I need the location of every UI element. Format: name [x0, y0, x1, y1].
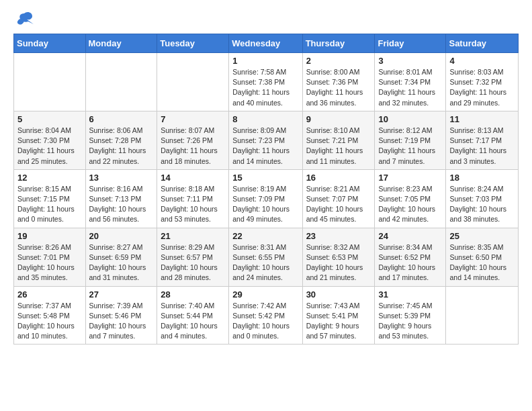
day-info: Sunrise: 8:15 AMSunset: 7:15 PMDaylight:… — [17, 184, 82, 225]
calendar-cell — [85, 53, 157, 111]
day-number: 7 — [161, 114, 225, 124]
day-number: 18 — [449, 173, 515, 183]
calendar-cell: 16Sunrise: 8:21 AMSunset: 7:07 PMDayligh… — [302, 169, 375, 228]
weekday-header-friday: Friday — [375, 34, 446, 53]
day-info: Sunrise: 8:13 AMSunset: 7:17 PMDaylight:… — [449, 126, 515, 167]
calendar-cell: 23Sunrise: 8:32 AMSunset: 6:53 PMDayligh… — [302, 228, 375, 286]
calendar-cell: 30Sunrise: 7:43 AMSunset: 5:41 PMDayligh… — [302, 286, 375, 345]
day-info: Sunrise: 8:04 AMSunset: 7:30 PMDaylight:… — [17, 126, 82, 167]
day-number: 28 — [161, 289, 225, 300]
day-info: Sunrise: 8:01 AMSunset: 7:34 PMDaylight:… — [378, 67, 442, 108]
day-number: 30 — [306, 289, 371, 300]
calendar-cell: 5Sunrise: 8:04 AMSunset: 7:30 PMDaylight… — [14, 111, 86, 169]
calendar-cell: 15Sunrise: 8:19 AMSunset: 7:09 PMDayligh… — [229, 169, 302, 228]
day-number: 16 — [306, 173, 371, 183]
day-number: 6 — [89, 114, 154, 124]
calendar-cell: 1Sunrise: 7:58 AMSunset: 7:38 PMDaylight… — [229, 53, 302, 111]
day-number: 2 — [306, 56, 371, 66]
week-row-2: 5Sunrise: 8:04 AMSunset: 7:30 PMDaylight… — [14, 111, 519, 169]
day-info: Sunrise: 8:07 AMSunset: 7:26 PMDaylight:… — [161, 126, 225, 167]
day-number: 8 — [232, 114, 298, 124]
day-info: Sunrise: 8:26 AMSunset: 7:01 PMDaylight:… — [17, 242, 82, 283]
logo — [13, 11, 34, 27]
day-info: Sunrise: 8:06 AMSunset: 7:28 PMDaylight:… — [89, 126, 154, 167]
day-info: Sunrise: 8:16 AMSunset: 7:13 PMDaylight:… — [89, 184, 154, 225]
calendar-cell: 8Sunrise: 8:09 AMSunset: 7:23 PMDaylight… — [229, 111, 302, 169]
calendar-cell: 6Sunrise: 8:06 AMSunset: 7:28 PMDaylight… — [85, 111, 157, 169]
day-number: 19 — [17, 231, 82, 241]
day-number: 9 — [306, 114, 371, 124]
calendar-cell: 25Sunrise: 8:35 AMSunset: 6:50 PMDayligh… — [446, 228, 519, 286]
calendar-cell: 20Sunrise: 8:27 AMSunset: 6:59 PMDayligh… — [85, 228, 157, 286]
weekday-header-saturday: Saturday — [446, 34, 519, 53]
day-number: 23 — [306, 231, 371, 241]
day-number: 14 — [161, 173, 225, 183]
calendar-cell: 26Sunrise: 7:37 AMSunset: 5:48 PMDayligh… — [14, 286, 86, 345]
day-info: Sunrise: 8:35 AMSunset: 6:50 PMDaylight:… — [449, 242, 515, 283]
calendar-cell: 19Sunrise: 8:26 AMSunset: 7:01 PMDayligh… — [14, 228, 86, 286]
calendar-cell — [446, 286, 519, 345]
week-row-4: 19Sunrise: 8:26 AMSunset: 7:01 PMDayligh… — [14, 228, 519, 286]
day-number: 24 — [378, 231, 442, 241]
calendar-cell: 29Sunrise: 7:42 AMSunset: 5:42 PMDayligh… — [229, 286, 302, 345]
day-info: Sunrise: 8:32 AMSunset: 6:53 PMDaylight:… — [306, 242, 371, 283]
day-number: 11 — [449, 114, 515, 124]
calendar-cell: 14Sunrise: 8:18 AMSunset: 7:11 PMDayligh… — [157, 169, 229, 228]
calendar-cell: 21Sunrise: 8:29 AMSunset: 6:57 PMDayligh… — [157, 228, 229, 286]
day-info: Sunrise: 8:27 AMSunset: 6:59 PMDaylight:… — [89, 242, 154, 283]
weekday-header-wednesday: Wednesday — [229, 34, 302, 53]
calendar-cell: 2Sunrise: 8:00 AMSunset: 7:36 PMDaylight… — [302, 53, 375, 111]
day-info: Sunrise: 8:12 AMSunset: 7:19 PMDaylight:… — [378, 126, 442, 167]
day-number: 31 — [378, 289, 442, 300]
day-info: Sunrise: 7:40 AMSunset: 5:44 PMDaylight:… — [161, 301, 225, 342]
day-number: 20 — [89, 231, 154, 241]
day-number: 3 — [378, 56, 442, 66]
calendar-cell: 18Sunrise: 8:24 AMSunset: 7:03 PMDayligh… — [446, 169, 519, 228]
weekday-header-sunday: Sunday — [14, 34, 86, 53]
logo-bird-icon — [15, 11, 34, 27]
day-info: Sunrise: 8:21 AMSunset: 7:07 PMDaylight:… — [306, 184, 371, 225]
day-number: 13 — [89, 173, 154, 183]
weekday-header-tuesday: Tuesday — [157, 34, 229, 53]
weekday-header-thursday: Thursday — [302, 34, 375, 53]
day-info: Sunrise: 7:45 AMSunset: 5:39 PMDaylight:… — [378, 301, 442, 342]
day-number: 15 — [232, 173, 298, 183]
day-info: Sunrise: 8:09 AMSunset: 7:23 PMDaylight:… — [232, 126, 298, 167]
week-row-1: 1Sunrise: 7:58 AMSunset: 7:38 PMDaylight… — [14, 53, 519, 111]
calendar-cell: 13Sunrise: 8:16 AMSunset: 7:13 PMDayligh… — [85, 169, 157, 228]
calendar-cell: 11Sunrise: 8:13 AMSunset: 7:17 PMDayligh… — [446, 111, 519, 169]
calendar-cell: 22Sunrise: 8:31 AMSunset: 6:55 PMDayligh… — [229, 228, 302, 286]
day-info: Sunrise: 8:31 AMSunset: 6:55 PMDaylight:… — [232, 242, 298, 283]
calendar-cell: 7Sunrise: 8:07 AMSunset: 7:26 PMDaylight… — [157, 111, 229, 169]
calendar-cell: 31Sunrise: 7:45 AMSunset: 5:39 PMDayligh… — [375, 286, 446, 345]
calendar-cell: 12Sunrise: 8:15 AMSunset: 7:15 PMDayligh… — [14, 169, 86, 228]
day-number: 22 — [232, 231, 298, 241]
calendar-cell: 24Sunrise: 8:34 AMSunset: 6:52 PMDayligh… — [375, 228, 446, 286]
calendar-cell — [14, 53, 86, 111]
header — [13, 11, 519, 27]
calendar-cell: 28Sunrise: 7:40 AMSunset: 5:44 PMDayligh… — [157, 286, 229, 345]
day-info: Sunrise: 7:43 AMSunset: 5:41 PMDaylight:… — [306, 301, 371, 342]
week-row-3: 12Sunrise: 8:15 AMSunset: 7:15 PMDayligh… — [14, 169, 519, 228]
day-number: 5 — [17, 114, 82, 124]
day-info: Sunrise: 8:10 AMSunset: 7:21 PMDaylight:… — [306, 126, 371, 167]
calendar: SundayMondayTuesdayWednesdayThursdayFrid… — [13, 34, 519, 345]
day-number: 25 — [449, 231, 515, 241]
day-info: Sunrise: 8:03 AMSunset: 7:32 PMDaylight:… — [449, 67, 515, 108]
calendar-cell: 4Sunrise: 8:03 AMSunset: 7:32 PMDaylight… — [446, 53, 519, 111]
day-number: 4 — [449, 56, 515, 66]
day-info: Sunrise: 8:24 AMSunset: 7:03 PMDaylight:… — [449, 184, 515, 225]
day-info: Sunrise: 7:42 AMSunset: 5:42 PMDaylight:… — [232, 301, 298, 342]
calendar-cell: 3Sunrise: 8:01 AMSunset: 7:34 PMDaylight… — [375, 53, 446, 111]
calendar-cell: 10Sunrise: 8:12 AMSunset: 7:19 PMDayligh… — [375, 111, 446, 169]
week-row-5: 26Sunrise: 7:37 AMSunset: 5:48 PMDayligh… — [14, 286, 519, 345]
day-number: 29 — [232, 289, 298, 300]
calendar-cell — [157, 53, 229, 111]
day-number: 17 — [378, 173, 442, 183]
calendar-cell: 27Sunrise: 7:39 AMSunset: 5:46 PMDayligh… — [85, 286, 157, 345]
day-info: Sunrise: 8:29 AMSunset: 6:57 PMDaylight:… — [161, 242, 225, 283]
weekday-header-monday: Monday — [85, 34, 157, 53]
day-info: Sunrise: 7:37 AMSunset: 5:48 PMDaylight:… — [17, 301, 82, 342]
calendar-cell: 17Sunrise: 8:23 AMSunset: 7:05 PMDayligh… — [375, 169, 446, 228]
day-number: 21 — [161, 231, 225, 241]
